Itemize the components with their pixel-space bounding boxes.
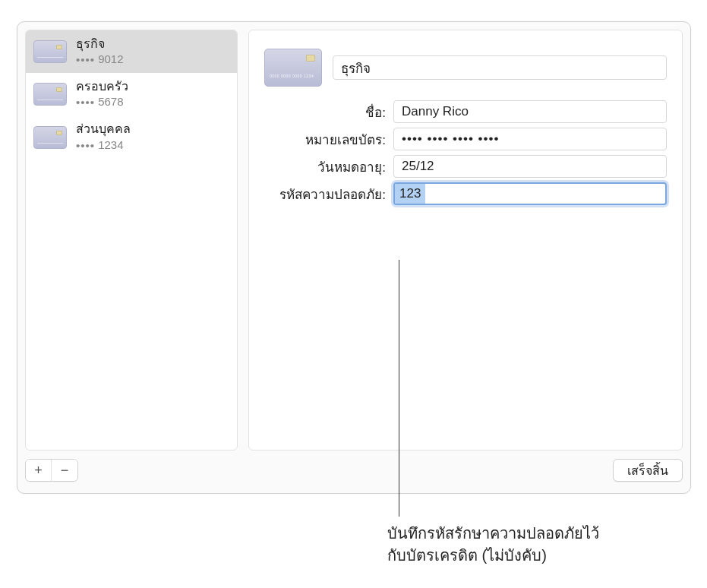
callout-text: บันทึกรหัสรักษาความปลอดภัยไว้ กับบัตรเคร… (387, 523, 599, 567)
card-title-input[interactable] (333, 55, 667, 80)
card-number-input[interactable]: •••• •••• •••• •••• (393, 128, 667, 150)
plus-icon: + (34, 463, 43, 479)
last4: 5678 (98, 95, 123, 108)
label-security-code: รหัสความปลอดภัย: (264, 184, 386, 204)
list-item-subtitle: •••• 5678 (76, 95, 128, 109)
add-button[interactable]: + (26, 460, 52, 481)
credit-card-icon (33, 83, 67, 106)
done-button[interactable]: เสร็จสิ้น (613, 459, 683, 482)
detail-header: 0000 0000 0000 1234 (264, 49, 667, 87)
row-expiry: วันหมดอายุ: (264, 155, 667, 178)
last4: 1234 (98, 138, 123, 151)
window-footer: + − เสร็จสิ้น (25, 455, 683, 485)
mask-dots: •••• (76, 53, 95, 66)
callout-line1: บันทึกรหัสรักษาความปลอดภัยไว้ (387, 523, 599, 545)
callout-line (399, 260, 399, 517)
callout-line2: กับบัตรเครดิต (ไม่บังคับ) (387, 545, 599, 567)
content-area: ธุรกิจ •••• 9012 ครอบครัว •••• 5678 (25, 30, 683, 450)
row-card-number: หมายเลขบัตร: •••• •••• •••• •••• (264, 128, 667, 150)
list-item-title: ส่วนบุคคล (76, 122, 131, 136)
minus-icon: − (61, 463, 69, 479)
preferences-window: ธุรกิจ •••• 9012 ครอบครัว •••• 5678 (17, 21, 691, 494)
list-item-title: ครอบครัว (76, 79, 128, 93)
list-item-subtitle: •••• 9012 (76, 52, 124, 67)
label-name: ชื่อ: (264, 102, 386, 122)
list-item-text: ธุรกิจ •••• 9012 (76, 36, 124, 67)
name-input[interactable] (393, 100, 667, 123)
card-list-item-business[interactable]: ธุรกิจ •••• 9012 (26, 30, 237, 73)
credit-card-icon (33, 40, 67, 63)
card-list-item-personal[interactable]: ส่วนบุคคล •••• 1234 (26, 115, 237, 158)
row-security-code: รหัสความปลอดภัย: 123 (264, 182, 667, 205)
row-name: ชื่อ: (264, 100, 667, 123)
last4: 9012 (98, 52, 123, 65)
label-expiry: วันหมดอายุ: (264, 156, 386, 177)
expiry-input[interactable] (393, 155, 667, 178)
form-rows: ชื่อ: หมายเลขบัตร: •••• •••• •••• •••• ว… (264, 100, 667, 205)
mask-dots: •••• (76, 96, 95, 109)
remove-button[interactable]: − (52, 460, 77, 481)
label-card-number: หมายเลขบัตร: (264, 129, 386, 150)
security-code-value: 123 (395, 184, 425, 204)
list-item-text: ส่วนบุคคล •••• 1234 (76, 122, 131, 152)
list-item-text: ครอบครัว •••• 5678 (76, 79, 128, 109)
list-item-subtitle: •••• 1234 (76, 138, 131, 153)
credit-card-icon (33, 126, 67, 149)
credit-card-icon-large: 0000 0000 0000 1234 (264, 49, 322, 87)
card-detail-panel: 0000 0000 0000 1234 ชื่อ: หมายเลขบัตร: •… (248, 30, 683, 450)
list-item-title: ธุรกิจ (76, 36, 124, 51)
add-remove-control: + − (25, 459, 78, 482)
card-list-sidebar: ธุรกิจ •••• 9012 ครอบครัว •••• 5678 (25, 30, 238, 450)
card-list-item-family[interactable]: ครอบครัว •••• 5678 (26, 73, 237, 115)
mask-dots: •••• (76, 139, 95, 152)
security-code-input[interactable]: 123 (393, 182, 667, 205)
